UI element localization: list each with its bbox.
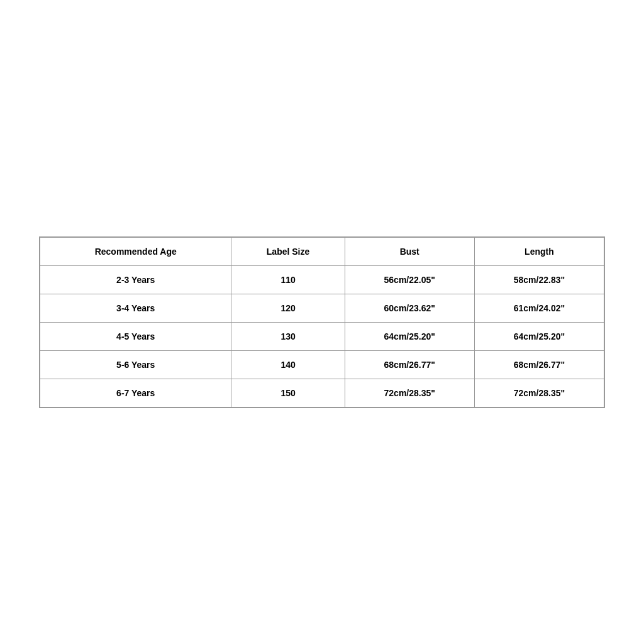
table-cell-2-1: 130 <box>231 322 345 350</box>
table-row: 4-5 Years13064cm/25.20"64cm/25.20" <box>40 322 604 350</box>
col-header-0: Recommended Age <box>40 237 231 265</box>
table-cell-0-1: 110 <box>231 265 345 294</box>
table-cell-4-2: 72cm/28.35" <box>345 379 474 407</box>
col-header-3: Length <box>474 237 604 265</box>
table-row: 6-7 Years15072cm/28.35"72cm/28.35" <box>40 379 604 407</box>
table-cell-1-3: 61cm/24.02" <box>474 294 604 322</box>
table-cell-1-0: 3-4 Years <box>40 294 231 322</box>
table-cell-3-1: 140 <box>231 350 345 379</box>
table-header-row: Recommended AgeLabel SizeBustLength <box>40 237 604 265</box>
table-cell-2-0: 4-5 Years <box>40 322 231 350</box>
table-cell-1-2: 60cm/23.62" <box>345 294 474 322</box>
size-chart-container: Recommended AgeLabel SizeBustLength 2-3 … <box>39 236 605 408</box>
col-header-1: Label Size <box>231 237 345 265</box>
table-cell-3-3: 68cm/26.77" <box>474 350 604 379</box>
table-cell-1-1: 120 <box>231 294 345 322</box>
table-cell-3-0: 5-6 Years <box>40 350 231 379</box>
table-row: 5-6 Years14068cm/26.77"68cm/26.77" <box>40 350 604 379</box>
table-cell-4-3: 72cm/28.35" <box>474 379 604 407</box>
size-chart-table: Recommended AgeLabel SizeBustLength 2-3 … <box>40 237 604 408</box>
table-row: 2-3 Years11056cm/22.05"58cm/22.83" <box>40 265 604 294</box>
table-cell-3-2: 68cm/26.77" <box>345 350 474 379</box>
table-cell-4-0: 6-7 Years <box>40 379 231 407</box>
table-cell-0-3: 58cm/22.83" <box>474 265 604 294</box>
col-header-2: Bust <box>345 237 474 265</box>
table-cell-0-0: 2-3 Years <box>40 265 231 294</box>
table-cell-2-2: 64cm/25.20" <box>345 322 474 350</box>
table-cell-2-3: 64cm/25.20" <box>474 322 604 350</box>
table-cell-0-2: 56cm/22.05" <box>345 265 474 294</box>
table-row: 3-4 Years12060cm/23.62"61cm/24.02" <box>40 294 604 322</box>
table-cell-4-1: 150 <box>231 379 345 407</box>
